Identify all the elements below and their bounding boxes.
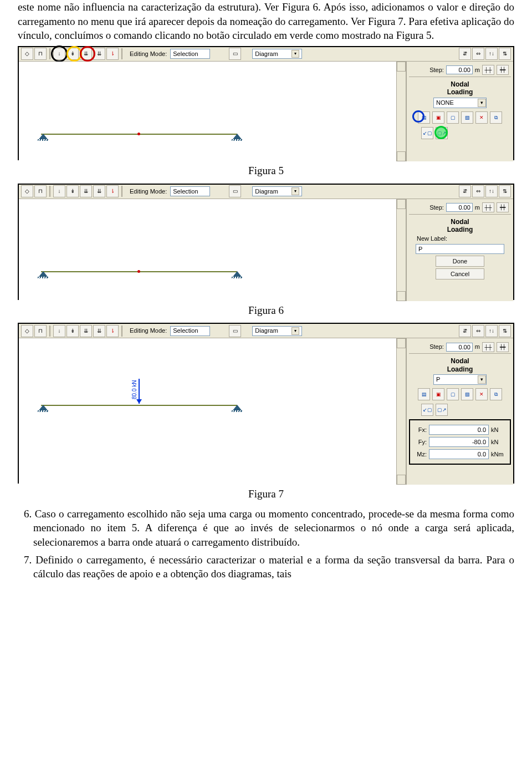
- dist-load-partial-icon[interactable]: ⇊: [80, 185, 92, 197]
- step-bar: Step: 0.00 m ┼┼ ┿┿: [409, 201, 511, 215]
- done-button[interactable]: Done: [436, 256, 484, 267]
- window-icon[interactable]: ▭: [229, 325, 241, 337]
- diagram-dropdown[interactable]: Diagram ▾: [252, 186, 302, 196]
- separator: [121, 48, 122, 59]
- scrollbar-vertical[interactable]: [396, 62, 406, 161]
- delete-icon[interactable]: ✕: [475, 388, 488, 400]
- paragraph-item-7: 7. Definido o carregamento, é necessário…: [18, 553, 514, 581]
- align-icon[interactable]: ↑↓: [485, 48, 498, 60]
- dist-load-partial-icon[interactable]: ⇊: [80, 48, 92, 60]
- thermometer-icon[interactable]: ⇂: [106, 185, 119, 197]
- canvas[interactable]: [19, 62, 407, 161]
- chevron-down-icon[interactable]: ▾: [478, 375, 486, 384]
- node-point[interactable]: [137, 270, 140, 273]
- tool-icon[interactable]: ⊓: [34, 48, 47, 60]
- node-point[interactable]: [137, 133, 140, 135]
- support-right: [233, 405, 242, 410]
- loading-dropdown[interactable]: NONE ▾: [433, 98, 487, 108]
- step-unit: m: [475, 66, 480, 74]
- window-icon[interactable]: ▭: [229, 185, 241, 197]
- chevron-down-icon[interactable]: ▾: [478, 99, 486, 107]
- align-icon[interactable]: ⇵: [459, 325, 471, 337]
- align-icon[interactable]: ↑↓: [485, 185, 498, 197]
- support-right: [233, 271, 242, 277]
- apply-right-icon[interactable]: ▢↗: [436, 404, 448, 416]
- editing-mode-field[interactable]: Selection: [170, 326, 210, 336]
- save-icon[interactable]: ▣: [432, 111, 444, 124]
- chevron-down-icon[interactable]: ▾: [291, 187, 299, 195]
- tool-icon[interactable]: ⊓: [34, 325, 47, 337]
- snap-icon[interactable]: ┼┼: [482, 342, 494, 352]
- dist-load-full-icon[interactable]: ⇊: [93, 185, 105, 197]
- copy-icon[interactable]: ⧉: [490, 388, 502, 400]
- loading-dropdown[interactable]: P ▾: [433, 374, 487, 385]
- nodal-load-icon[interactable]: ↓: [53, 185, 65, 197]
- dist-load-icon[interactable]: ↡: [66, 48, 79, 60]
- editing-mode-field[interactable]: Selection: [170, 49, 210, 59]
- figure-6: ◇ ⊓ ↓ ↡ ⇊ ⇊ ⇂ Editing Mode: Selection ▭ …: [18, 184, 514, 300]
- panel-title: NodalLoading: [409, 357, 511, 373]
- nodal-load-icon[interactable]: ↓: [53, 48, 65, 60]
- apply-left-icon[interactable]: ↙▢: [421, 127, 433, 139]
- align-icon[interactable]: ⇅: [499, 325, 511, 337]
- delete-icon[interactable]: ✕: [475, 111, 488, 124]
- chevron-down-icon[interactable]: ▾: [291, 327, 299, 335]
- cancel-button[interactable]: Cancel: [436, 268, 484, 279]
- new-label-input[interactable]: P: [416, 244, 504, 254]
- thermometer-icon[interactable]: ⇂: [106, 325, 119, 337]
- figure-5: ◇ ⊓ ↓ ↡ ⇊ ⇊ ⇂ Editing Mode: Selection ▭ …: [18, 46, 514, 160]
- new-icon[interactable]: ▤: [418, 388, 430, 400]
- align-icon[interactable]: ⇔: [472, 325, 484, 337]
- apply-right-icon[interactable]: ▢↗: [436, 127, 448, 139]
- fy-input[interactable]: -80.0: [429, 437, 489, 447]
- paragraph-item-6: 6. Caso o carregamento escolhido não sej…: [18, 507, 514, 550]
- tool-icon[interactable]: ⊓: [34, 185, 47, 197]
- diagram-dropdown[interactable]: Diagram ▾: [252, 326, 302, 336]
- align-icon[interactable]: ⇅: [499, 185, 511, 197]
- save-icon[interactable]: ▣: [432, 388, 444, 400]
- scrollbar-vertical[interactable]: [396, 199, 406, 301]
- dist-load-full-icon[interactable]: ⇊: [93, 48, 105, 60]
- snap-icon[interactable]: ┼┼: [482, 65, 494, 75]
- align-icon[interactable]: ⇵: [459, 185, 471, 197]
- snap-icon[interactable]: ┼┼: [482, 202, 494, 212]
- page-icon[interactable]: ▢: [447, 388, 459, 400]
- tool-icon[interactable]: ◇: [21, 325, 33, 337]
- apply-left-icon[interactable]: ↙▢: [421, 404, 433, 416]
- chevron-down-icon[interactable]: ▾: [291, 50, 299, 58]
- align-icon[interactable]: ⇔: [472, 185, 484, 197]
- nodal-load-icon[interactable]: ↓: [53, 325, 65, 337]
- mz-input[interactable]: 0.0: [429, 449, 489, 459]
- fx-input[interactable]: 0.0: [429, 425, 489, 435]
- step-input[interactable]: 0.00: [446, 65, 473, 74]
- align-icon[interactable]: ⇔: [472, 48, 484, 60]
- page-dup-icon[interactable]: ▧: [461, 111, 473, 124]
- align-icon[interactable]: ↑↓: [485, 325, 498, 337]
- align-icon[interactable]: ⇅: [499, 48, 511, 60]
- new-icon[interactable]: ▤: [418, 111, 430, 124]
- scrollbar-vertical[interactable]: [396, 338, 406, 485]
- dist-load-full-icon[interactable]: ⇊: [93, 325, 105, 337]
- step-input[interactable]: 0.00: [446, 343, 473, 352]
- side-panel: Step: 0.00 m ┼┼ ┿┿ NodalLoading New Labe…: [407, 199, 513, 301]
- editing-mode-label: Editing Mode:: [130, 327, 167, 335]
- thermometer-icon[interactable]: ⇂: [106, 48, 119, 60]
- snap-icon[interactable]: ┿┿: [497, 342, 509, 352]
- tool-icon[interactable]: ◇: [21, 185, 33, 197]
- dist-load-partial-icon[interactable]: ⇊: [80, 325, 92, 337]
- step-input[interactable]: 0.00: [446, 203, 473, 212]
- page-icon[interactable]: ▢: [447, 111, 459, 124]
- copy-icon[interactable]: ⧉: [490, 111, 502, 124]
- dist-load-icon[interactable]: ↡: [66, 325, 79, 337]
- align-icon[interactable]: ⇵: [459, 48, 471, 60]
- snap-icon[interactable]: ┿┿: [497, 202, 509, 212]
- tool-icon[interactable]: ◇: [21, 48, 33, 60]
- canvas[interactable]: [19, 199, 407, 301]
- canvas[interactable]: 80.0 kN: [19, 338, 407, 485]
- snap-icon[interactable]: ┿┿: [497, 65, 509, 75]
- window-icon[interactable]: ▭: [229, 48, 241, 60]
- editing-mode-field[interactable]: Selection: [170, 186, 210, 196]
- dist-load-icon[interactable]: ↡: [66, 185, 79, 197]
- diagram-dropdown[interactable]: Diagram ▾: [252, 49, 302, 59]
- page-dup-icon[interactable]: ▧: [461, 388, 473, 400]
